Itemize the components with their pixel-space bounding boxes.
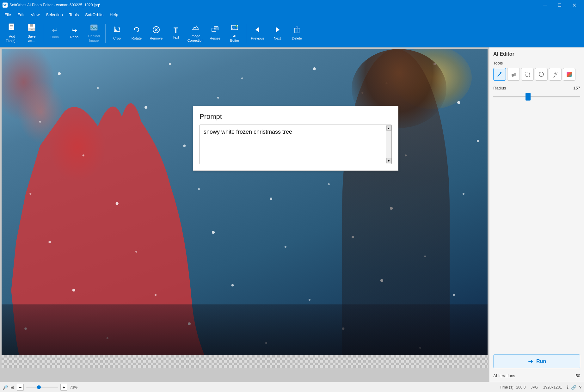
- zoom-controls: − + 73%: [17, 384, 77, 391]
- right-panel: AI Editor Tools: [489, 47, 584, 382]
- status-left: 🔎 ⊞ − + 73%: [3, 384, 77, 391]
- brush-tool[interactable]: [493, 68, 506, 81]
- help-icon[interactable]: ?: [579, 385, 581, 390]
- ai-iterations-value: 50: [576, 373, 580, 378]
- remove-button[interactable]: Remove: [147, 21, 166, 46]
- previous-icon: [254, 26, 262, 35]
- canvas-image: [2, 49, 488, 368]
- radius-slider-track[interactable]: [493, 96, 580, 97]
- menu-help[interactable]: Help: [107, 11, 121, 18]
- canvas-area[interactable]: Prompt snowy white frozen christmass tre…: [0, 47, 489, 382]
- panel-title: AI Editor: [493, 51, 580, 57]
- crop-icon: [113, 26, 121, 35]
- menu-tools[interactable]: Tools: [66, 11, 82, 18]
- checker-area: [2, 355, 488, 368]
- original-image-button[interactable]: OriginalImage: [84, 21, 103, 46]
- rotate-button[interactable]: Rotate: [127, 21, 146, 46]
- next-button[interactable]: Next: [268, 21, 287, 46]
- menu-view[interactable]: View: [28, 11, 43, 18]
- title-bar-left: SO SoftOrbits AI Photo Editor - woman-60…: [3, 3, 101, 8]
- rect-select-tool[interactable]: [521, 68, 534, 81]
- close-button[interactable]: ✕: [567, 0, 581, 10]
- next-icon: [273, 26, 281, 35]
- delete-label: Delete: [292, 36, 302, 40]
- redo-button[interactable]: ↪ Redo: [65, 21, 84, 46]
- svg-point-84: [557, 72, 557, 73]
- ai-editor-icon: AI: [231, 23, 239, 33]
- zoom-out-button[interactable]: −: [17, 384, 24, 391]
- svg-rect-87: [567, 72, 572, 77]
- replace-tool[interactable]: [563, 68, 575, 81]
- lasso-tool[interactable]: [535, 68, 548, 81]
- prompt-input-wrapper: snowy white frozen christmass tree ▲ ▼: [200, 125, 392, 164]
- save-as-label: Saveas...: [28, 34, 35, 43]
- svg-rect-10: [90, 25, 97, 30]
- magic-wand-tool[interactable]: [549, 68, 562, 81]
- time-label: Time (s): 280.8: [500, 385, 526, 389]
- status-bar: 🔎 ⊞ − + 73% Time (s): 280.8 JPG 1920x128…: [0, 382, 584, 392]
- maximize-button[interactable]: □: [552, 0, 567, 10]
- text-icon: T: [174, 27, 178, 34]
- title-bar: SO SoftOrbits AI Photo Editor - woman-60…: [0, 0, 584, 10]
- undo-button[interactable]: ↩ Undo: [45, 21, 64, 46]
- run-label: Run: [536, 358, 546, 364]
- prompt-panel: Prompt snowy white frozen christmass tre…: [193, 106, 398, 171]
- format-label: JPG: [531, 385, 538, 389]
- grid-icon[interactable]: ⊞: [10, 385, 14, 390]
- toolbar-sep-2: [105, 24, 106, 43]
- prompt-scroll-up[interactable]: ▲: [386, 126, 391, 131]
- save-as-button[interactable]: Saveas...: [22, 21, 41, 46]
- crop-button[interactable]: Crop: [108, 21, 126, 46]
- svg-rect-7: [30, 24, 33, 27]
- menu-file[interactable]: File: [1, 11, 14, 18]
- ai-editor-button[interactable]: AI AIEditor: [225, 21, 244, 46]
- svg-point-86: [558, 74, 558, 74]
- prompt-scroll-down[interactable]: ▼: [386, 158, 391, 163]
- image-correction-label: ImageCorrection: [187, 34, 204, 42]
- app-icon: SO: [3, 3, 8, 8]
- svg-point-78: [500, 72, 501, 73]
- radius-slider-thumb[interactable]: [526, 93, 531, 101]
- zoom-slider-thumb[interactable]: [37, 385, 41, 389]
- minimize-button[interactable]: ─: [538, 0, 552, 10]
- zoom-slider[interactable]: [26, 387, 58, 388]
- status-icons-left: 🔎 ⊞: [3, 385, 14, 390]
- previous-button[interactable]: Previous: [248, 21, 267, 46]
- image-correction-button[interactable]: ImageCorrection: [186, 21, 205, 46]
- ai-iterations-row: AI Iterations 50: [493, 373, 580, 378]
- delete-button[interactable]: Delete: [287, 21, 306, 46]
- run-button[interactable]: Run: [493, 354, 580, 368]
- original-image-icon: [90, 23, 98, 33]
- undo-label: Undo: [51, 35, 59, 39]
- info-icon[interactable]: ℹ: [567, 385, 569, 390]
- ai-editor-label: AIEditor: [230, 34, 239, 42]
- link-icon[interactable]: 🔗: [571, 385, 576, 390]
- app-title: SoftOrbits AI Photo Editor - woman-60022…: [9, 3, 101, 7]
- original-image-label: OriginalImage: [88, 34, 100, 42]
- status-right: Time (s): 280.8 JPG 1920x1281 ℹ 🔗 ?: [500, 385, 581, 390]
- status-icons-right: ℹ 🔗 ?: [567, 385, 581, 390]
- svg-rect-9: [31, 29, 33, 30]
- undo-icon: ↩: [52, 27, 58, 34]
- zoom-in-button[interactable]: +: [60, 384, 67, 391]
- ai-iterations-label: AI Iterations: [493, 373, 515, 378]
- main-area: Prompt snowy white frozen christmass tre…: [0, 47, 584, 382]
- text-button[interactable]: T Text: [166, 21, 185, 46]
- prompt-textarea[interactable]: snowy white frozen christmass tree: [200, 125, 386, 163]
- eraser-tool[interactable]: [507, 68, 520, 81]
- menu-edit[interactable]: Edit: [14, 11, 28, 18]
- fit-view-icon[interactable]: 🔎: [3, 385, 8, 390]
- resize-button[interactable]: Resize: [206, 21, 224, 46]
- svg-rect-81: [525, 72, 530, 77]
- menu-selection[interactable]: Selection: [43, 11, 66, 18]
- svg-point-25: [236, 25, 237, 27]
- redo-label: Redo: [70, 35, 78, 39]
- svg-marker-26: [255, 27, 259, 33]
- resize-icon: [211, 26, 219, 35]
- menu-softorbits[interactable]: SoftOrbits: [82, 11, 107, 18]
- add-file-icon: [8, 23, 16, 33]
- zoom-value: 73%: [70, 385, 77, 389]
- radius-label: Radius: [493, 86, 506, 90]
- add-file-button[interactable]: AddFile(s)...: [3, 21, 22, 46]
- toolbar-sep-3: [246, 24, 246, 43]
